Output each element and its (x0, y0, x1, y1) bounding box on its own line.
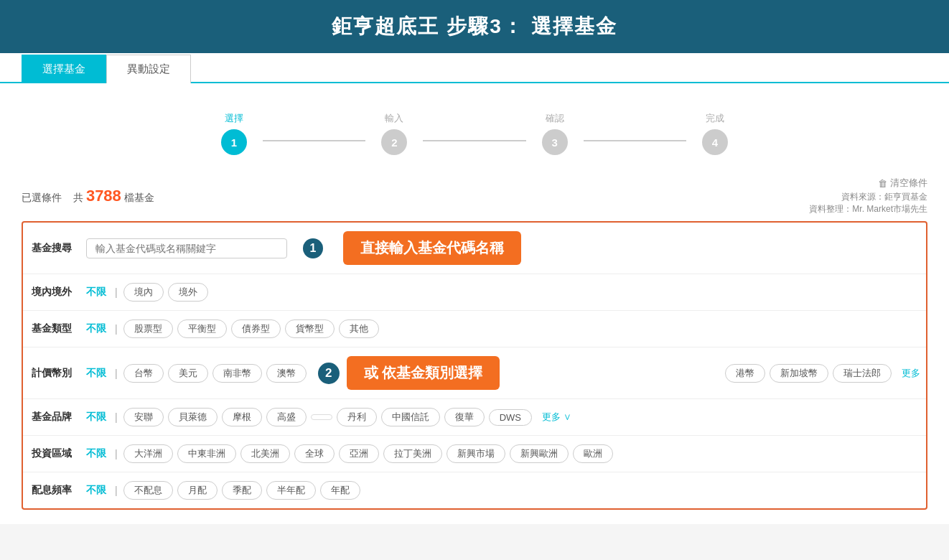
filter-tag-aud[interactable]: 澳幣 (266, 364, 307, 383)
filter-tag-em-europe[interactable]: 新興歐洲 (510, 444, 569, 463)
step-line-1-2 (263, 140, 365, 141)
filter-tag-europe[interactable]: 歐洲 (573, 444, 613, 463)
highlight2-box: 或 依基金類別選擇 (347, 356, 500, 390)
filter-tag-franklin[interactable] (311, 414, 332, 420)
highlight2-text: 或 依基金類別選擇 (364, 363, 483, 383)
filter-tag-em-market[interactable]: 新興市場 (447, 444, 505, 463)
filter-content-fund-type: 不限 | 股票型 平衡型 債券型 貨幣型 其他 (80, 317, 926, 341)
filter-tag-oceania[interactable]: 大洋洲 (123, 444, 173, 463)
filter-unlimited-currency[interactable]: 不限 (86, 367, 106, 380)
step-2: 輸入 2 (365, 112, 423, 155)
step-3-circle: 3 (542, 129, 568, 155)
filter-tag-dws[interactable]: DWS (489, 409, 532, 426)
filter-tag-ctbc[interactable]: 中國信託 (381, 408, 440, 426)
filter-summary: 已選條件 共 3788 檔基金 (22, 187, 154, 205)
step-4: 完成 4 (686, 112, 744, 155)
tab-select-fund[interactable]: 選擇基金 (22, 55, 106, 83)
filter-header-right: 🗑 清空條件 資料來源：鉅亨買基金 資料整理：Mr. Market市場先生 (809, 177, 927, 215)
filter-row-brand: 基金品牌 不限 | 安聯 貝萊德 摩根 高盛 丹利 中國信託 復華 DWS 更多… (23, 399, 926, 436)
filter-tag-northam[interactable]: 北美洲 (240, 444, 290, 463)
tabs-bar: 選擇基金 異動設定 (0, 53, 949, 83)
filter-unlimited-region[interactable]: 不限 (86, 286, 106, 299)
filter-content-currency: 不限 | 台幣 美元 南非幣 澳幣 2 或 依基金類別選擇 港幣 新 (80, 353, 926, 393)
filter-tag-gs[interactable]: 高盛 (266, 408, 307, 426)
filter-label-brand: 基金品牌 (23, 411, 80, 424)
filter-row-search: 基金搜尋 1 直接輸入基金代碼名稱 (23, 223, 926, 274)
filter-suffix: 檔基金 (124, 192, 154, 203)
filter-content-invest-region: 不限 | 大洋洲 中東非洲 北美洲 全球 亞洲 拉丁美洲 新興市場 新興歐洲 歐… (80, 442, 926, 466)
step-2-label: 輸入 (385, 112, 403, 125)
filter-tag-jpmorgan[interactable]: 摩根 (222, 408, 262, 426)
filter-tag-mideast[interactable]: 中東非洲 (177, 444, 236, 463)
filter-tag-bond[interactable]: 債券型 (231, 319, 281, 338)
filter-table: 基金搜尋 1 直接輸入基金代碼名稱 境內境外 不限 | (22, 221, 927, 510)
filter-unlimited-dividend[interactable]: 不限 (86, 484, 106, 497)
filter-tag-quarterly[interactable]: 季配 (222, 481, 262, 500)
step-line-2-3 (423, 140, 525, 141)
clear-conditions-button[interactable]: 🗑 清空條件 (878, 177, 927, 190)
filter-tag-currency[interactable]: 貨幣型 (285, 319, 335, 338)
tab-settings[interactable]: 異動設定 (106, 55, 191, 83)
filter-unlimited-brand[interactable]: 不限 (86, 411, 106, 424)
filter-label-fund-type: 基金類型 (23, 322, 80, 335)
filter-header: 已選條件 共 3788 檔基金 🗑 清空條件 資料來源：鉅亨買基金 資料整理：M… (22, 177, 927, 215)
filter-content-region-type: 不限 | 境內 境外 (80, 280, 926, 304)
step-3-label: 確認 (546, 112, 564, 125)
filter-label-region-type: 境內境外 (23, 286, 80, 299)
page-title: 鉅亨超底王 步驟3： 選擇基金 (0, 13, 949, 40)
filter-more-currency[interactable]: 更多 (902, 367, 920, 380)
filter-tag-blackrock[interactable]: 貝萊德 (168, 408, 218, 426)
filter-tag-domestic[interactable]: 境內 (123, 283, 164, 302)
filter-tag-monthly[interactable]: 月配 (177, 481, 218, 500)
highlight1-badge: 1 (303, 238, 323, 258)
filter-tag-dahe[interactable]: 丹利 (337, 408, 377, 426)
highlight1-text: 直接輸入基金代碼名稱 (360, 238, 504, 258)
filter-tag-asia[interactable]: 亞洲 (339, 444, 379, 463)
clear-btn-label: 清空條件 (890, 177, 927, 190)
filter-tag-equity[interactable]: 股票型 (123, 319, 173, 338)
filter-tag-balanced[interactable]: 平衡型 (177, 319, 227, 338)
filter-tag-annual[interactable]: 年配 (320, 481, 360, 500)
filter-more-brand[interactable]: 更多 ∨ (542, 411, 571, 424)
content-area: 選擇 1 輸入 2 確認 3 完成 4 已選條件 (0, 83, 949, 524)
filter-tag-hkd[interactable]: 港幣 (725, 364, 765, 383)
filter-tag-foreign[interactable]: 境外 (168, 283, 208, 302)
filter-tag-sgd[interactable]: 新加坡幣 (770, 364, 828, 383)
filter-row-invest-region: 投資區域 不限 | 大洋洲 中東非洲 北美洲 全球 亞洲 拉丁美洲 新興市場 新… (23, 436, 926, 472)
filter-tag-no-div[interactable]: 不配息 (123, 481, 173, 500)
trash-icon: 🗑 (878, 178, 887, 189)
filter-row-dividend: 配息頻率 不限 | 不配息 月配 季配 半年配 年配 (23, 472, 926, 508)
filter-tag-other[interactable]: 其他 (339, 319, 379, 338)
filter-tag-zar[interactable]: 南非幣 (212, 364, 262, 383)
fund-search-input[interactable] (86, 238, 287, 258)
step-1-circle: 1 (221, 129, 247, 155)
filter-content-brand: 不限 | 安聯 貝萊德 摩根 高盛 丹利 中國信託 復華 DWS 更多 ∨ (80, 405, 926, 429)
filter-tag-fuhwa[interactable]: 復華 (444, 408, 485, 426)
filter-row-fund-type: 基金類型 不限 | 股票型 平衡型 債券型 貨幣型 其他 (23, 311, 926, 347)
filter-tag-allianz[interactable]: 安聯 (123, 408, 164, 426)
highlight2-badge: 2 (318, 363, 340, 384)
filter-content-dividend: 不限 | 不配息 月配 季配 半年配 年配 (80, 478, 926, 503)
filter-row-region-type: 境內境外 不限 | 境內 境外 (23, 274, 926, 311)
filter-tag-latam[interactable]: 拉丁美洲 (383, 444, 442, 463)
step-3: 確認 3 (526, 112, 584, 155)
filter-content-search: 1 直接輸入基金代碼名稱 (80, 228, 926, 268)
filter-label-invest-region: 投資區域 (23, 447, 80, 460)
filter-label-total: 共 (73, 192, 83, 203)
filter-row-currency: 計價幣別 不限 | 台幣 美元 南非幣 澳幣 2 或 依基金類別選擇 (23, 347, 926, 399)
filter-tag-semi-annual[interactable]: 半年配 (266, 481, 316, 500)
step-2-circle: 2 (381, 129, 407, 155)
step-4-label: 完成 (706, 112, 724, 125)
filter-tag-global[interactable]: 全球 (294, 444, 335, 463)
data-source-2: 資料整理：Mr. Market市場先生 (809, 203, 927, 215)
filter-unlimited-type[interactable]: 不限 (86, 322, 106, 335)
data-source-1: 資料來源：鉅亨買基金 (841, 191, 927, 203)
filter-count: 3788 (86, 187, 121, 205)
filter-tag-chf[interactable]: 瑞士法郎 (833, 364, 892, 383)
steps-progress: 選擇 1 輸入 2 確認 3 完成 4 (205, 112, 744, 155)
highlight1-box: 直接輸入基金代碼名稱 (343, 231, 521, 265)
filter-prefix: 已選條件 (22, 192, 62, 205)
filter-tag-usd[interactable]: 美元 (168, 364, 208, 383)
filter-tag-twd[interactable]: 台幣 (123, 364, 164, 383)
filter-unlimited-invest[interactable]: 不限 (86, 447, 106, 460)
